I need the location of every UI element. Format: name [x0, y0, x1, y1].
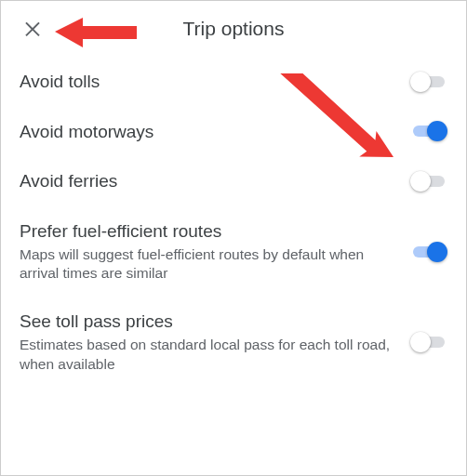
option-title: Avoid motorways: [20, 120, 392, 144]
option-text: Avoid ferries: [20, 169, 410, 193]
option-text: Avoid tolls: [20, 70, 410, 94]
options-list: Avoid tolls Avoid motorways Avoid ferrie…: [1, 57, 466, 388]
option-text: See toll pass prices Estimates based on …: [20, 310, 410, 374]
header: Trip options: [1, 1, 466, 57]
option-see-toll-pass-prices[interactable]: See toll pass prices Estimates based on …: [1, 297, 466, 387]
option-avoid-tolls[interactable]: Avoid tolls: [1, 57, 466, 107]
option-subtitle: Estimates based on standard local pass f…: [20, 336, 392, 375]
option-text: Avoid motorways: [20, 120, 410, 144]
option-title: Prefer fuel-efficient routes: [20, 219, 392, 244]
toggle-see-toll-pass-prices[interactable]: [410, 331, 447, 353]
option-title: See toll pass prices: [20, 310, 392, 334]
toggle-avoid-tolls[interactable]: [410, 71, 447, 93]
toggle-prefer-fuel-efficient[interactable]: [410, 241, 447, 263]
toggle-avoid-motorways[interactable]: [410, 120, 447, 142]
option-prefer-fuel-efficient[interactable]: Prefer fuel-efficient routes Maps will s…: [1, 206, 466, 297]
close-icon: [21, 17, 44, 42]
option-title: Avoid tolls: [20, 70, 392, 94]
option-subtitle: Maps will suggest fuel-efficient routes …: [20, 245, 392, 284]
option-avoid-ferries[interactable]: Avoid ferries: [1, 156, 466, 206]
option-text: Prefer fuel-efficient routes Maps will s…: [20, 219, 410, 284]
option-avoid-motorways[interactable]: Avoid motorways: [1, 107, 466, 157]
close-button[interactable]: [12, 8, 53, 49]
toggle-avoid-ferries[interactable]: [410, 170, 447, 192]
option-title: Avoid ferries: [20, 169, 392, 193]
page-title: Trip options: [1, 18, 466, 40]
